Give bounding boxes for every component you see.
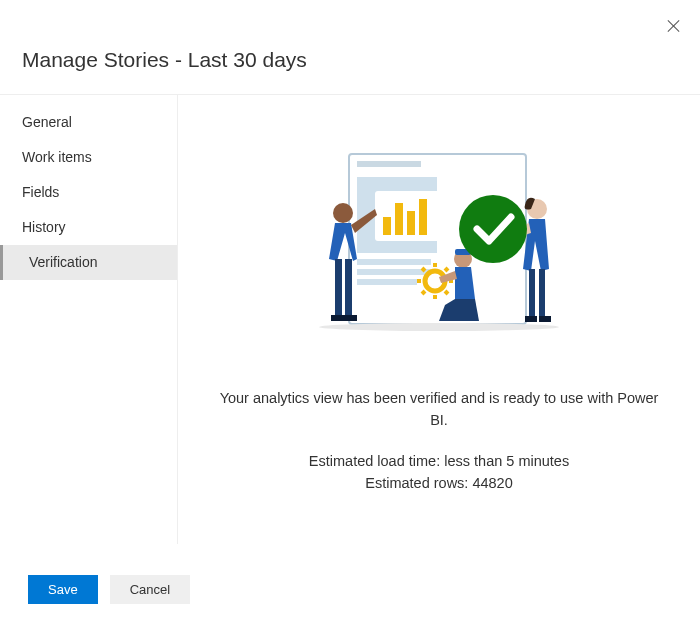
- close-button[interactable]: [666, 18, 682, 34]
- verification-message: Your analytics view has been verified an…: [209, 387, 669, 432]
- svg-rect-6: [407, 211, 415, 235]
- svg-rect-10: [357, 279, 417, 285]
- svg-rect-8: [357, 259, 431, 265]
- svg-line-31: [445, 268, 448, 271]
- verification-text: Your analytics view has been verified an…: [209, 387, 669, 495]
- sidebar: General Work items Fields History Verifi…: [0, 95, 178, 544]
- svg-rect-19: [525, 316, 537, 322]
- cancel-button[interactable]: Cancel: [110, 575, 190, 604]
- rows-value: 44820: [472, 475, 512, 491]
- svg-rect-7: [419, 199, 427, 235]
- sidebar-item-general[interactable]: General: [0, 105, 177, 140]
- svg-rect-17: [529, 269, 535, 317]
- svg-rect-12: [335, 259, 342, 315]
- load-time-value: less than 5 minutes: [444, 453, 569, 469]
- content-area: General Work items Fields History Verifi…: [0, 94, 700, 544]
- sidebar-item-fields[interactable]: Fields: [0, 175, 177, 210]
- svg-rect-18: [539, 269, 545, 317]
- svg-rect-14: [331, 315, 345, 321]
- svg-rect-9: [357, 269, 431, 275]
- sidebar-item-history[interactable]: History: [0, 210, 177, 245]
- svg-line-30: [422, 291, 425, 294]
- rows-label: Estimated rows:: [365, 475, 472, 491]
- svg-line-29: [445, 291, 448, 294]
- svg-point-33: [319, 323, 559, 331]
- dialog-title: Manage Stories - Last 30 days: [0, 0, 700, 94]
- save-button[interactable]: Save: [28, 575, 98, 604]
- verification-illustration: [307, 151, 571, 343]
- svg-rect-5: [395, 203, 403, 235]
- svg-point-32: [459, 195, 527, 263]
- svg-rect-13: [345, 259, 352, 315]
- svg-rect-15: [343, 315, 357, 321]
- svg-rect-1: [357, 161, 421, 167]
- svg-rect-20: [539, 316, 551, 322]
- footer: Save Cancel: [28, 575, 190, 604]
- svg-point-11: [333, 203, 353, 223]
- svg-rect-4: [383, 217, 391, 235]
- load-time-label: Estimated load time:: [309, 453, 444, 469]
- verification-stats: Estimated load time: less than 5 minutes…: [209, 450, 669, 495]
- svg-line-28: [422, 268, 425, 271]
- sidebar-item-verification[interactable]: Verification: [0, 245, 177, 280]
- main-panel: Your analytics view has been verified an…: [178, 95, 700, 544]
- sidebar-item-work-items[interactable]: Work items: [0, 140, 177, 175]
